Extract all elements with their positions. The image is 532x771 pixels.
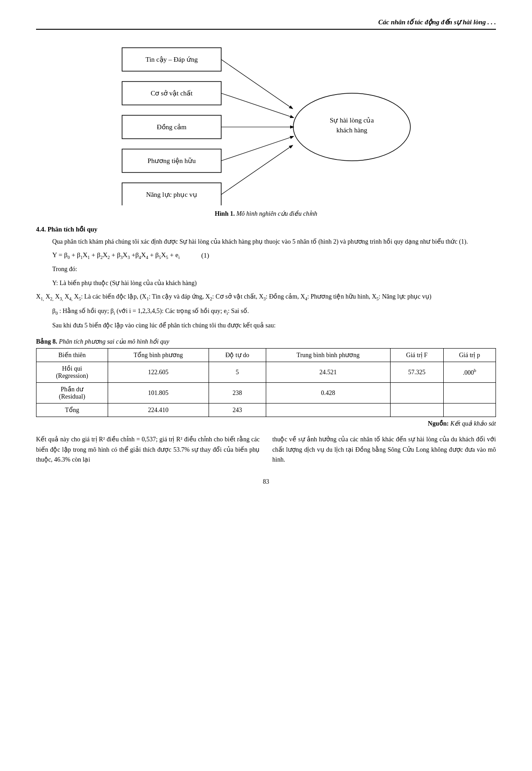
col-header-trung-binh: Trung bình bình phương xyxy=(266,349,390,362)
beta-definition: β0 : Hằng số hồi quy; βi (với i = 1,2,3,… xyxy=(52,306,496,317)
svg-text:Tin cậy – Đáp ứng: Tin cậy – Đáp ứng xyxy=(146,56,198,63)
svg-text:Sự hài lòng của: Sự hài lòng của xyxy=(330,117,374,124)
cell-row3-col6 xyxy=(443,404,496,417)
bottom-right-text: thuộc về sự ảnh hưởng của các nhân tố kh… xyxy=(273,435,496,465)
table-caption-bold: Bảng 8. xyxy=(36,338,57,345)
cell-row1-col4: 24.521 xyxy=(266,362,390,383)
svg-line-17 xyxy=(221,145,292,195)
table-header-row: Biến thiên Tổng bình phương Độ tự do Tru… xyxy=(36,349,496,362)
cell-row3-col3: 243 xyxy=(209,404,266,417)
bottom-left-text: Kết quả này cho giá trị R² điều chỉnh = … xyxy=(36,435,260,465)
svg-text:Đồng cảm: Đồng cảm xyxy=(157,123,186,131)
svg-line-13 xyxy=(221,59,292,109)
y-definition: Y: Là biến phụ thuộc (Sự hài lòng của củ… xyxy=(52,278,496,288)
figure-caption: Hình 1. Mô hình nghiên cứu điều chỉnh xyxy=(36,210,496,218)
svg-line-14 xyxy=(221,93,293,118)
figure-caption-bold: Hình 1. xyxy=(215,210,235,217)
page: Các nhân tố tác động đến sự hài lòng . .… xyxy=(0,0,532,771)
svg-line-16 xyxy=(221,136,293,161)
col-header-gia-tri-p: Giá trị p xyxy=(443,349,496,362)
col-header-do-tu-do: Độ tự do xyxy=(209,349,266,362)
table-row: Hồi qui(Regression) 122.605 5 24.521 57.… xyxy=(36,362,496,383)
cell-row2-col4: 0.428 xyxy=(266,383,390,404)
col-header-gia-tri-f: Giá trị F xyxy=(391,349,444,362)
cell-row2-col2: 101.805 xyxy=(108,383,209,404)
cell-row3-col5 xyxy=(391,404,444,417)
diagram-container: Tin cậy – Đáp ứng Cơ sở vật chất Đồng cả… xyxy=(36,39,496,205)
header-title: Các nhân tố tác động đến sự hài lòng . .… xyxy=(378,18,496,26)
cell-row1-col3: 5 xyxy=(209,362,266,383)
cell-row3-col1: Tổng xyxy=(36,404,108,417)
cell-row3-col2: 224.410 xyxy=(108,404,209,417)
cell-row2-col1: Phần dư(Residual) xyxy=(36,383,108,404)
cell-row3-col4 xyxy=(266,404,390,417)
source-line: Nguồn: Kết quả khảo sát xyxy=(36,420,496,427)
cell-row2-col3: 238 xyxy=(209,383,266,404)
section-number: 4.4. xyxy=(36,226,46,233)
equation-text: Y = β0 + β1X1 + β2X2 + β3X3 +β4X4 + β5X5… xyxy=(52,251,180,260)
equation-line: Y = β0 + β1X1 + β2X2 + β3X3 +β4X4 + β5X5… xyxy=(52,251,496,260)
table-row: Tổng 224.410 243 xyxy=(36,404,496,417)
col-header-tong-binh-phuong: Tổng bình phương xyxy=(108,349,209,362)
cell-row1-col1: Hồi qui(Regression) xyxy=(36,362,108,383)
two-column-section: Kết quả này cho giá trị R² điều chỉnh = … xyxy=(36,435,496,465)
svg-text:khách hàng: khách hàng xyxy=(336,127,367,134)
section-heading: 4.4. Phân tích hồi quy xyxy=(36,226,496,233)
section-title: Phân tích hồi quy xyxy=(47,226,97,233)
analysis-table: Biến thiên Tổng bình phương Độ tự do Tru… xyxy=(36,348,496,417)
diagram-svg: Tin cậy – Đáp ứng Cơ sở vật chất Đồng cả… xyxy=(109,39,424,205)
sau-khi: Sau khi đưa 5 biến độc lập vào cùng lúc … xyxy=(36,321,496,331)
table-section: Bảng 8. Phân tích phương sai của mô hình… xyxy=(36,338,496,417)
x-definition: X1, X2, X3, X4, X5: Là các biến độc lập,… xyxy=(36,292,496,303)
cell-row1-col5: 57.325 xyxy=(391,362,444,383)
table-row: Phần dư(Residual) 101.805 238 0.428 xyxy=(36,383,496,404)
table-caption: Bảng 8. Phân tích phương sai của mô hình… xyxy=(36,338,496,345)
svg-text:Phương tiện hữu: Phương tiện hữu xyxy=(147,157,196,164)
intro-paragraph: Qua phân tích khám phá chúng tôi xác địn… xyxy=(36,237,496,247)
trong-do: Trong đó: xyxy=(52,264,496,274)
cell-row2-col5 xyxy=(391,383,444,404)
cell-row1-col6: .000b xyxy=(443,362,496,383)
figure-caption-italic: Mô hình nghiên cứu điều chỉnh xyxy=(235,210,317,217)
cell-row1-col2: 122.605 xyxy=(108,362,209,383)
equation-number: (1) xyxy=(201,252,209,259)
table-caption-italic: Phân tích phương sai của mô hình hồi quy xyxy=(57,338,169,345)
svg-text:Năng lực phục vụ: Năng lực phục vụ xyxy=(146,191,197,198)
source-italic: Kết quả khảo sát xyxy=(449,420,496,427)
cell-row2-col6 xyxy=(443,383,496,404)
col-header-bien-thien: Biến thiên xyxy=(36,349,108,362)
source-bold: Nguồn: xyxy=(428,420,449,427)
svg-text:Cơ sở vật chất: Cơ sở vật chất xyxy=(150,90,193,97)
header: Các nhân tố tác động đến sự hài lòng . .… xyxy=(36,18,496,30)
page-number: 83 xyxy=(36,478,496,485)
